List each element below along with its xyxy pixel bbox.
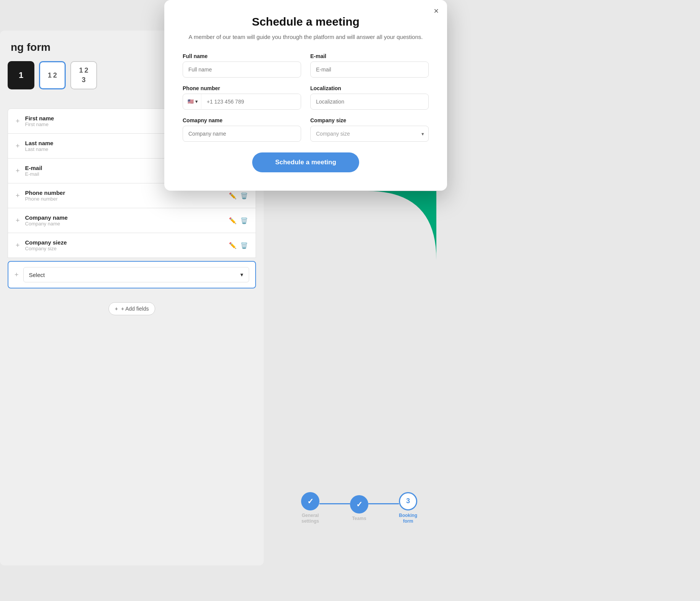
chevron-down-icon: ▾ [240, 271, 243, 278]
drag-handle-company-name[interactable]: + [16, 217, 20, 225]
select-company-size[interactable]: Company size 1-10 11-50 51-200 201-500 5… [310, 126, 429, 142]
tracker-label-1: Generalsettings [301, 513, 319, 525]
input-company-name[interactable] [183, 126, 301, 142]
tracker-circle-3: 3 [399, 492, 417, 510]
input-phone[interactable] [201, 94, 301, 109]
delete-icon-phone[interactable]: 🗑️ [240, 192, 248, 199]
form-group-email: E-mail [310, 53, 429, 78]
input-fullname[interactable] [183, 62, 301, 78]
drag-handle-firstname[interactable]: + [16, 117, 20, 125]
label-company-size: Company size [310, 117, 429, 123]
green-decorative-shape [368, 191, 436, 260]
tracker-circle-1: ✓ [301, 492, 319, 510]
select-placeholder: Select [29, 272, 45, 278]
label-email: E-mail [310, 53, 429, 59]
drag-handle-lastname[interactable]: + [16, 142, 20, 150]
label-phone: Phone number [183, 85, 301, 91]
step-box-12[interactable]: 1 2 [39, 61, 66, 89]
form-group-fullname: Full name [183, 53, 301, 78]
tracker-step-3: 3 Bookingform [399, 492, 417, 525]
delete-icon-company-size[interactable]: 🗑️ [240, 242, 248, 249]
field-company-name: + Company name Company name ✏️ 🗑️ [8, 208, 256, 233]
schedule-meeting-button[interactable]: Schedule a meeting [252, 152, 359, 172]
modal-subtitle: A member of our team will guide you thro… [183, 33, 429, 42]
label-fullname: Full name [183, 53, 301, 59]
field-sublabel-company-name: Company name [25, 221, 224, 227]
schedule-modal: × Schedule a meeting A member of our tea… [164, 0, 447, 191]
field-label-phone: Phone number [25, 190, 224, 196]
input-localization[interactable] [310, 94, 429, 110]
step-box-123[interactable]: 1 2 3 [70, 61, 97, 89]
add-fields-icon: + [115, 306, 118, 312]
select-field-row: + Select ▾ [8, 261, 256, 288]
step-tracker: ✓ Generalsettings ✓ Teams 3 Bookingform [301, 492, 417, 525]
edit-icon-phone[interactable]: ✏️ [229, 192, 237, 199]
step-123-num2: 2 [84, 66, 88, 75]
phone-input-wrapper: 🇺🇸 ▾ [183, 94, 301, 110]
input-email[interactable] [310, 62, 429, 78]
step-box-1[interactable]: 1 [8, 61, 34, 89]
form-group-phone: Phone number 🇺🇸 ▾ [183, 85, 301, 110]
tracker-line-2 [368, 503, 399, 504]
field-sublabel-phone: Phone number [25, 196, 224, 202]
step-123-num1: 1 [79, 66, 83, 75]
field-company-size: + Company sieze Company size ✏️ 🗑️ [8, 233, 256, 258]
edit-icon-company-size[interactable]: ✏️ [229, 242, 237, 249]
step-123-num3: 3 [79, 76, 88, 84]
field-info-phone: Phone number Phone number [25, 190, 224, 202]
form-group-localization: Localization [310, 85, 429, 110]
modal-close-button[interactable]: × [434, 7, 439, 15]
step-1-number: 1 [19, 70, 23, 80]
modal-form-grid: Full name E-mail Phone number 🇺🇸 ▾ Local… [183, 53, 429, 142]
field-sublabel-company-size: Company size [25, 246, 224, 251]
drag-handle-email[interactable]: + [16, 167, 20, 175]
add-fields-label: + Add fields [121, 306, 149, 312]
step-12-num1: 1 [48, 71, 52, 79]
delete-icon-company-name[interactable]: 🗑️ [240, 217, 248, 224]
flag-emoji: 🇺🇸 [188, 99, 194, 104]
tracker-step-1: ✓ Generalsettings [301, 492, 319, 525]
tracker-circle-2: ✓ [350, 495, 368, 514]
drag-handle-select[interactable]: + [15, 271, 19, 279]
drag-handle-company-size[interactable]: + [16, 241, 20, 249]
field-actions-company-size: ✏️ 🗑️ [229, 242, 248, 249]
field-actions-phone: ✏️ 🗑️ [229, 192, 248, 199]
label-localization: Localization [310, 85, 429, 91]
drag-handle-phone[interactable]: + [16, 192, 20, 200]
flag-chevron: ▾ [195, 99, 198, 104]
tracker-label-2: Teams [352, 516, 366, 521]
field-actions-company-name: ✏️ 🗑️ [229, 217, 248, 224]
company-size-select-wrapper: Company size 1-10 11-50 51-200 201-500 5… [310, 126, 429, 142]
phone-flag-selector[interactable]: 🇺🇸 ▾ [183, 94, 201, 109]
tracker-label-3: Bookingform [399, 513, 417, 525]
label-company-name: Comapny name [183, 117, 301, 123]
step-12-num2: 2 [53, 71, 57, 79]
field-label-company-name: Company name [25, 214, 224, 221]
select-dropdown[interactable]: Select ▾ [23, 267, 249, 282]
add-fields-button[interactable]: + + Add fields [109, 302, 156, 315]
edit-icon-company-name[interactable]: ✏️ [229, 217, 237, 224]
tracker-line-1 [319, 503, 350, 504]
form-group-company-name: Comapny name [183, 117, 301, 142]
field-info-company-size: Company sieze Company size [25, 239, 224, 251]
field-label-company-size: Company sieze [25, 239, 224, 246]
modal-title: Schedule a meeting [183, 15, 429, 28]
field-info-company-name: Company name Company name [25, 214, 224, 227]
form-group-company-size: Company size Company size 1-10 11-50 51-… [310, 117, 429, 142]
tracker-step-2: ✓ Teams [350, 495, 368, 521]
